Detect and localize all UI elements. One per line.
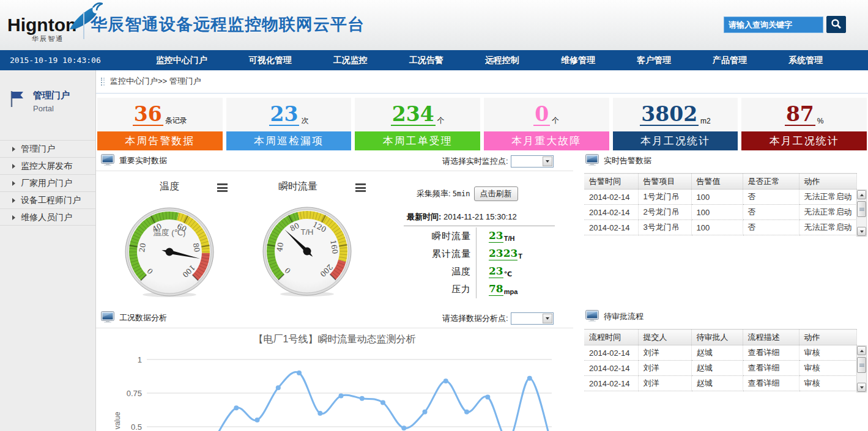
scroll-down-button[interactable] bbox=[857, 383, 866, 392]
table-row: 2014-02-142号龙门吊100否无法正常启动 bbox=[584, 205, 856, 220]
alarm-table: 告警时间告警项目告警值是否正常动作2014-02-141号龙门吊100否无法正常… bbox=[584, 173, 867, 235]
latest-time-value: 2014-11-21 15:30:12 bbox=[443, 212, 517, 221]
hamburger-icon[interactable] bbox=[355, 183, 366, 194]
metric-unit: ℃ bbox=[504, 270, 512, 278]
analysis-point-select[interactable] bbox=[511, 312, 554, 325]
stat-card[interactable]: 87 % 本月工况统计 bbox=[741, 98, 867, 150]
nav-item[interactable]: 产品管理 bbox=[713, 55, 747, 66]
chart-title: 【电厂1号线】瞬时流量动态监测分析 bbox=[96, 333, 573, 346]
svg-text:80: 80 bbox=[191, 242, 201, 252]
sidebar-item[interactable]: 维修人员门户 bbox=[0, 208, 95, 226]
logo-subtext: 华辰智通 bbox=[32, 34, 87, 43]
nav-item[interactable]: 可视化管理 bbox=[249, 55, 292, 66]
metrics-list: 瞬时流量 23 T/H累计流量 2323 T温度 23 ℃压力 78 mpa bbox=[404, 227, 560, 298]
stat-card[interactable]: 3802 m2 本月工况统计 bbox=[613, 98, 738, 150]
select-dropdown-button[interactable] bbox=[543, 314, 552, 323]
svg-text:0.5: 0.5 bbox=[131, 422, 142, 431]
stat-unit: % bbox=[817, 117, 824, 125]
metric-unit: mpa bbox=[504, 288, 518, 295]
select-label: 请选择数据分析点: bbox=[442, 313, 508, 324]
stat-card[interactable]: 0 个 本月重大故障 bbox=[484, 98, 609, 150]
search-input[interactable] bbox=[724, 17, 823, 33]
latest-divider bbox=[404, 226, 555, 226]
nav-item[interactable]: 系统管理 bbox=[788, 55, 823, 66]
triangle-down-icon bbox=[860, 386, 864, 389]
column-header: 流程描述 bbox=[743, 330, 799, 345]
stat-value[interactable]: 36 bbox=[133, 104, 163, 126]
metric-value: 2323 bbox=[489, 248, 517, 260]
stat-label: 本月重大故障 bbox=[484, 131, 609, 150]
alarm-section-header: 实时告警数据 bbox=[585, 153, 651, 168]
stat-unit: 个 bbox=[437, 116, 445, 126]
sidebar-item[interactable]: 设备工程师门户 bbox=[0, 191, 95, 208]
column-header: 待审批人 bbox=[691, 330, 743, 345]
scroll-thumb[interactable] bbox=[857, 357, 866, 373]
frequency-value: 5min bbox=[453, 190, 470, 198]
frequency-row: 采集频率: 5min 点击刷新 bbox=[417, 186, 518, 201]
scroll-up-button[interactable] bbox=[857, 346, 866, 355]
analysis-section-header: 工况数据分析 bbox=[101, 311, 167, 325]
column-header: 告警值 bbox=[691, 174, 743, 190]
section-divider bbox=[96, 171, 573, 171]
metric-row: 温度 23 ℃ bbox=[404, 263, 560, 281]
svg-text:value: value bbox=[113, 411, 122, 429]
nav-item[interactable]: 维修管理 bbox=[561, 55, 595, 66]
approval-table: 流程时间提交人待审批人流程描述动作2014-02-14刘洋赵城查看详细审核201… bbox=[584, 329, 867, 391]
metric-name: 瞬时流量 bbox=[404, 230, 471, 242]
scroll-up-button[interactable] bbox=[857, 190, 866, 199]
breadcrumb[interactable]: 监控中心门户>> 管理门户 bbox=[101, 76, 201, 87]
nav-item[interactable]: 工况监控 bbox=[333, 55, 368, 66]
refresh-button[interactable]: 点击刷新 bbox=[474, 186, 518, 201]
nav-item[interactable]: 客户管理 bbox=[637, 55, 671, 66]
monitor-icon bbox=[585, 310, 599, 324]
table-row: 2014-02-14刘洋赵城查看详细审核 bbox=[584, 361, 856, 376]
stat-card[interactable]: 23 次 本周巡检漏项 bbox=[226, 98, 352, 150]
metric-row: 累计流量 2323 T bbox=[404, 245, 560, 263]
monitor-icon bbox=[101, 311, 114, 325]
section-title: 工况数据分析 bbox=[119, 312, 167, 323]
portal-subtitle: Portal bbox=[33, 104, 70, 113]
table-row: 2014-02-141号龙门吊100否无法正常启动 bbox=[584, 190, 856, 205]
svg-text:T/H: T/H bbox=[301, 227, 314, 237]
stat-unit: 条记录 bbox=[165, 116, 187, 126]
top-header: Hignton 华辰智通 华辰智通设备远程监控物联网云平台 bbox=[0, 0, 868, 50]
sidebar-item[interactable]: 厂家用户门户 bbox=[0, 174, 95, 191]
stat-label: 本月工况统计 bbox=[741, 131, 867, 150]
stat-label: 本周工单受理 bbox=[355, 131, 480, 150]
gauge-title-temperature: 温度 bbox=[130, 180, 209, 193]
column-header: 动作 bbox=[799, 330, 856, 345]
latest-time-label: 最新时间: bbox=[407, 212, 441, 221]
stat-value[interactable]: 234 bbox=[391, 104, 436, 126]
search-button[interactable] bbox=[826, 16, 846, 33]
sidebar-item[interactable]: 管理门户 bbox=[0, 140, 95, 157]
table-scrollbar[interactable] bbox=[856, 190, 867, 237]
breadcrumb-divider bbox=[96, 93, 868, 94]
chevron-down-icon bbox=[546, 317, 549, 320]
nav-item[interactable]: 远程控制 bbox=[485, 55, 519, 66]
hamburger-icon[interactable] bbox=[217, 183, 228, 194]
scroll-thumb[interactable] bbox=[857, 201, 866, 217]
table-row: 2014-02-14刘洋赵城查看详细审核 bbox=[584, 376, 856, 391]
nav-item[interactable]: 监控中心门户 bbox=[156, 55, 207, 66]
stat-value[interactable]: 23 bbox=[269, 104, 300, 126]
metric-name: 累计流量 bbox=[404, 248, 471, 260]
scroll-down-button[interactable] bbox=[857, 227, 866, 236]
metric-row: 瞬时流量 23 T/H bbox=[404, 227, 560, 245]
stat-value[interactable]: 87 bbox=[785, 104, 815, 126]
svg-text:20: 20 bbox=[138, 242, 147, 252]
stat-card[interactable]: 234 个 本周工单受理 bbox=[355, 98, 480, 150]
stat-card[interactable]: 36 条记录 本周告警数据 bbox=[97, 98, 223, 150]
table-scrollbar[interactable] bbox=[856, 345, 867, 392]
realtime-point-select[interactable] bbox=[511, 155, 554, 168]
sidebar-item[interactable]: 监控大屏发布 bbox=[0, 157, 95, 174]
flag-icon bbox=[9, 90, 26, 113]
latest-time-row: 最新时间: 2014-11-21 15:30:12 bbox=[407, 212, 517, 223]
stat-value[interactable]: 0 bbox=[533, 104, 550, 126]
nav-item[interactable]: 工况告警 bbox=[409, 55, 443, 66]
select-dropdown-button[interactable] bbox=[543, 157, 552, 166]
nav-items: 监控中心门户可视化管理工况监控工况告警远程控制维修管理客户管理产品管理系统管理 bbox=[101, 55, 868, 66]
triangle-up-icon bbox=[860, 194, 864, 196]
stat-value[interactable]: 3802 bbox=[640, 104, 699, 126]
search-box bbox=[724, 16, 846, 33]
nav-timestamp: 2015-10-19 10:43:06 bbox=[10, 56, 101, 65]
